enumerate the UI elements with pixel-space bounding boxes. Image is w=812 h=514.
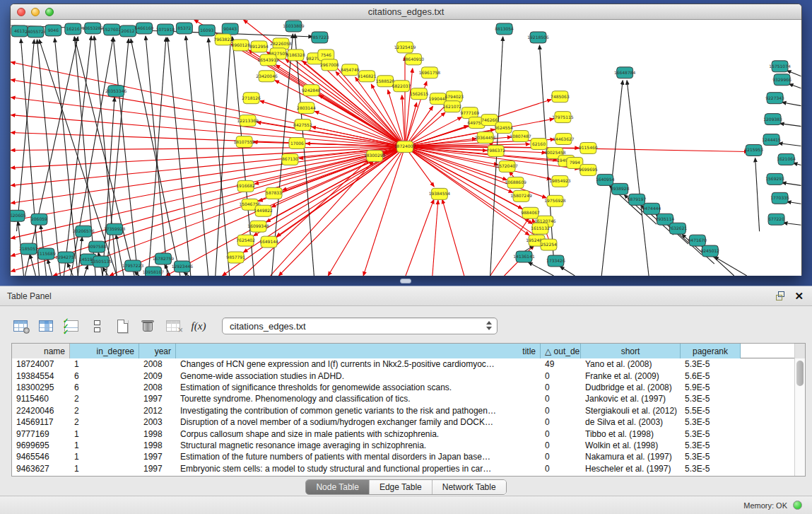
graph-node[interactable]: 252254 <box>541 239 557 250</box>
graph-node[interactable]: 1115689 <box>37 248 56 259</box>
graph-node[interactable]: 13505135 <box>90 256 112 267</box>
graph-node[interactable]: 10653287 <box>82 23 104 34</box>
table-cell[interactable]: Changes of HCN gene expression and I(f) … <box>176 358 541 370</box>
table-row[interactable]: 969969511998Structural magnetic resonanc… <box>12 440 805 451</box>
tab-network-table[interactable]: Network Table <box>433 480 506 494</box>
graph-node[interactable]: 24055724 <box>25 26 47 37</box>
graph-node[interactable]: 18300295 <box>364 150 386 161</box>
table-cell[interactable]: 1 <box>70 428 139 439</box>
select-rows-button[interactable]: ✓✓✓ <box>61 315 82 337</box>
tab-edge-table[interactable]: Edge Table <box>370 480 433 494</box>
graph-node[interactable]: 16216 <box>65 23 81 35</box>
graph-node[interactable]: 10807487 <box>510 131 531 142</box>
graph-node[interactable]: 1621064 <box>777 153 796 165</box>
table-cell[interactable]: 5.9E-5 <box>681 382 741 393</box>
table-cell[interactable]: Hescheler et al. (1997) <box>581 463 681 474</box>
table-cell[interactable]: 2012 <box>139 405 176 416</box>
graph-node[interactable]: 2620605 <box>11 210 26 221</box>
table-cell[interactable]: 1 <box>70 358 139 370</box>
graph-node[interactable]: 9245012 <box>701 245 720 257</box>
graph-hub-node[interactable]: 18724007 <box>394 141 416 153</box>
table-cell[interactable]: 5.3E-5 <box>681 451 741 462</box>
split-pane-grip[interactable] <box>400 279 411 284</box>
delete-table-button[interactable] <box>137 315 158 337</box>
column-header-out_de[interactable]: △ out_de… <box>541 344 581 358</box>
graph-node[interactable]: 16543912 <box>257 54 279 66</box>
table-cell[interactable]: de Silva et al. (2003) <box>581 416 681 428</box>
graph-node[interactable]: 7857223 <box>310 32 329 43</box>
graph-node[interactable]: 20364456 <box>474 132 496 144</box>
graph-node[interactable]: 746266 <box>481 115 498 126</box>
graph-node[interactable]: 587833 <box>266 187 282 199</box>
graph-node[interactable]: 7625402 <box>236 235 255 246</box>
graph-node[interactable]: 62160 <box>531 139 547 150</box>
table-cell[interactable]: 1997 <box>139 393 176 404</box>
table-cell[interactable]: 2008 <box>139 358 176 370</box>
graph-node[interactable]: 9146821 <box>358 71 377 82</box>
float-panel-icon[interactable] <box>776 291 786 300</box>
table-cell[interactable]: 2 <box>70 393 139 404</box>
graph-node[interactable]: 1244415 <box>762 134 781 146</box>
graph-node[interactable]: 16033809 <box>283 21 305 32</box>
scrollbar-thumb[interactable] <box>796 361 804 386</box>
table-cell[interactable]: 19384554 <box>12 370 70 381</box>
graph-node[interactable]: 8912954 <box>249 41 269 52</box>
close-panel-icon[interactable]: ✕ <box>794 291 804 300</box>
graph-node[interactable]: 17359928 <box>104 223 126 235</box>
graph-node[interactable]: 18107552 <box>233 136 255 148</box>
table-cell[interactable]: Franke et al. (2009) <box>581 370 681 381</box>
table-cell[interactable]: 1 <box>70 451 139 462</box>
graph-node[interactable]: 8454749 <box>341 64 360 76</box>
graph-node[interactable]: 6466160 <box>135 23 154 34</box>
graph-node[interactable]: 23420046 <box>256 71 278 82</box>
graph-node[interactable]: 9329966 <box>772 74 792 86</box>
graph-node[interactable]: 9227343 <box>765 93 784 104</box>
table-cell[interactable]: Tibbo et al. (1998) <box>581 428 681 439</box>
table-cell[interactable]: Estimation of the future numbers of pati… <box>176 451 541 462</box>
network-window[interactable]: citations_edges.txt 46132405572490461621… <box>10 4 802 276</box>
table-cell[interactable]: Estimation of significance thresholds fo… <box>176 382 541 393</box>
table-cell[interactable]: 2009 <box>139 370 176 381</box>
graph-node[interactable]: 1770335 <box>770 192 789 204</box>
table-row[interactable]: 946362711997Embryonic stem cells: a mode… <box>12 463 805 474</box>
graph-node[interactable]: 9097588 <box>88 241 107 252</box>
table-cell[interactable]: 5.6E-5 <box>681 370 741 381</box>
graph-node[interactable]: 8215953 <box>744 145 763 156</box>
table-cell[interactable]: 5.3E-5 <box>681 393 741 404</box>
table-cell[interactable]: Corpus callosum shape and size in male p… <box>176 428 541 439</box>
graph-node[interactable]: 16782759 <box>153 253 175 264</box>
graph-node[interactable]: 6822037 <box>392 81 411 92</box>
graph-node[interactable]: 10688609 <box>505 177 526 188</box>
graph-node[interactable]: 16093 <box>199 25 215 36</box>
graph-node[interactable]: 1621072 <box>443 101 462 112</box>
graph-node[interactable]: 12325419 <box>394 42 416 53</box>
table-cell[interactable]: 2 <box>70 405 139 416</box>
graph-node[interactable]: 20612 <box>120 25 136 37</box>
graph-node[interactable]: 9857791 <box>226 252 245 263</box>
graph-node[interactable]: 8471670 <box>688 235 707 246</box>
table-cell[interactable]: 0 <box>541 370 581 381</box>
graph-node[interactable]: 1209383 <box>763 114 782 125</box>
table-cell[interactable]: 14569117 <box>12 416 70 428</box>
graph-node[interactable]: 6879197 <box>628 194 647 205</box>
graph-node[interactable]: 17006 <box>289 138 305 149</box>
tab-node-table[interactable]: Node Table <box>306 480 370 494</box>
table-row[interactable]: 911546021997Tourette syndrome. Phenomeno… <box>12 393 805 404</box>
table-cell[interactable]: Investigating the contribution of common… <box>176 405 541 416</box>
graph-node[interactable]: 8186328 <box>286 49 305 61</box>
table-cell[interactable]: 9465546 <box>12 451 70 462</box>
table-cell[interactable]: Disruption of a novel member of a sodium… <box>176 416 541 428</box>
column-header-name[interactable]: name <box>12 344 70 358</box>
new-table-button[interactable] <box>112 315 133 337</box>
graph-node[interactable]: 9115460 <box>579 143 598 154</box>
graph-node[interactable]: 14463627 <box>553 134 575 145</box>
table-cell[interactable]: 9777169 <box>12 428 70 439</box>
graph-node[interactable]: 18640910 <box>403 54 425 65</box>
table-cell[interactable]: Tourette syndrome. Phenomenology and cla… <box>176 393 541 404</box>
table-cell[interactable]: Nakamura et al. (1997) <box>581 451 681 462</box>
graph-node[interactable]: 8427552 <box>293 119 312 131</box>
graph-node[interactable]: 12942757 <box>55 252 77 263</box>
graph-node[interactable]: 8813054 <box>495 23 514 35</box>
graph-node[interactable]: 15720407 <box>496 160 518 172</box>
table-row[interactable]: 1456911722003Disruption of a novel membe… <box>12 416 805 428</box>
